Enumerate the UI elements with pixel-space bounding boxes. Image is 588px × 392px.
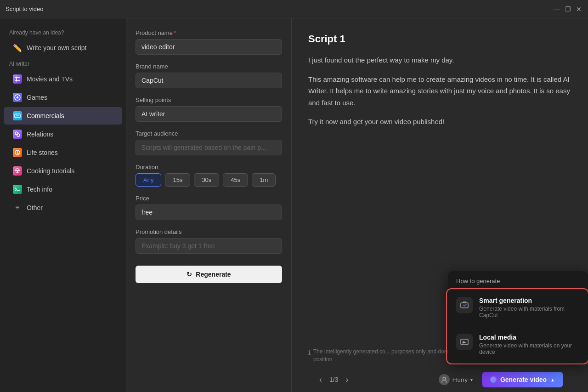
minimize-button[interactable]: — (553, 6, 560, 13)
info-icon: ℹ (308, 348, 311, 358)
sidebar-label-commercials: Commercials (27, 112, 64, 119)
promotion-input[interactable] (136, 238, 282, 254)
techinfo-icon (13, 185, 22, 194)
svg-point-7 (443, 377, 446, 380)
bottom-actions: Flurry ▾ Generate video ▲ (435, 372, 563, 387)
title-bar: Script to video — ❐ ✕ (0, 0, 588, 18)
selling-points-group: Selling points (136, 97, 282, 122)
sidebar-label-movies: Movies and TVs (27, 75, 73, 83)
lifestories-icon (13, 148, 22, 157)
script-nav: ‹ 1/3 › (317, 374, 351, 386)
sidebar-section-already-have: Already have an idea? (0, 26, 126, 39)
maximize-button[interactable]: ❐ (564, 6, 571, 13)
cooking-icon (13, 166, 22, 176)
target-audience-label: Target audience (136, 130, 282, 137)
smart-gen-title: Smart generation (479, 297, 580, 304)
user-name: Flurry (452, 376, 468, 383)
local-media-icon (456, 334, 473, 350)
sidebar-label-relations: Relations (27, 131, 53, 138)
script-title: Script 1 (308, 33, 571, 45)
product-name-input[interactable] (136, 39, 282, 55)
nav-current: 1/3 (329, 376, 338, 383)
sidebar-item-write-own-script[interactable]: ✏️ Write your own script (4, 39, 122, 57)
nav-next-button[interactable]: › (343, 374, 351, 386)
product-name-group: Product name* (136, 29, 282, 55)
how-to-generate-popup: How to generate Smart generation Generat… (448, 271, 588, 363)
duration-15s[interactable]: 15s (165, 173, 190, 187)
script-para-1: I just found out the perfect way to make… (308, 54, 571, 66)
promotion-group: Promotion details (136, 228, 282, 254)
local-media-title: Local media (479, 334, 580, 341)
svg-point-4 (17, 134, 20, 136)
brand-name-group: Brand name (136, 63, 282, 88)
app-title: Script to video (6, 6, 43, 12)
sidebar-label-techinfo: Tech info (27, 186, 52, 193)
regenerate-label: Regenerate (196, 271, 231, 278)
local-media-option[interactable]: Local media Generate video with material… (448, 326, 588, 363)
price-input[interactable] (136, 205, 282, 220)
other-icon: ≡ (13, 203, 22, 212)
nav-prev-button[interactable]: ‹ (317, 374, 325, 386)
generate-video-button[interactable]: Generate video ▲ (482, 372, 563, 387)
price-label: Price (136, 195, 282, 202)
user-avatar[interactable]: Flurry ▾ (435, 372, 476, 387)
avatar-icon (439, 374, 450, 385)
sidebar-item-lifestories[interactable]: Life stories (4, 144, 122, 161)
smart-generation-option[interactable]: Smart generation Generate video with mat… (448, 290, 588, 326)
local-media-desc: Generate video with materials on your de… (479, 342, 580, 355)
duration-options: Any 15s 30s 45s 1m (136, 173, 282, 187)
duration-any[interactable]: Any (136, 173, 161, 187)
sidebar-label-write-script: Write your own script (27, 44, 86, 51)
brand-name-label: Brand name (136, 63, 282, 70)
target-audience-group: Target audience (136, 130, 282, 155)
smart-gen-desc: Generate video with materials from CapCu… (479, 306, 580, 318)
duration-45s[interactable]: 45s (223, 173, 248, 187)
sidebar-label-cooking: Cooking tutorials (27, 167, 74, 175)
selling-points-input[interactable] (136, 106, 282, 122)
product-name-label: Product name* (136, 29, 282, 36)
pencil-icon: ✏️ (13, 43, 22, 52)
movies-icon (13, 74, 22, 84)
duration-1m[interactable]: 1m (252, 173, 276, 187)
main-layout: Already have an idea? ✏️ Write your own … (0, 18, 588, 392)
duration-30s[interactable]: 30s (194, 173, 219, 187)
sidebar-item-techinfo[interactable]: Tech info (4, 181, 122, 198)
svg-rect-5 (461, 303, 468, 308)
sidebar-item-games[interactable]: Games (4, 89, 122, 106)
smart-gen-icon (456, 297, 473, 313)
sidebar-label-games: Games (27, 94, 47, 101)
form-panel: Product name* Brand name Selling points … (126, 18, 292, 392)
bottom-bar: ‹ 1/3 › Flurry ▾ Generate video (308, 367, 571, 392)
script-para-2: This amazing software can help me to cre… (308, 74, 571, 109)
sidebar-item-relations[interactable]: Relations (4, 125, 122, 143)
svg-rect-0 (14, 76, 21, 82)
smart-gen-text: Smart generation Generate video with mat… (479, 297, 580, 318)
close-button[interactable]: ✕ (575, 6, 582, 13)
local-media-text: Local media Generate video with material… (479, 334, 580, 355)
sidebar-item-movies[interactable]: Movies and TVs (4, 70, 122, 88)
price-group: Price (136, 195, 282, 220)
generate-chevron-icon: ▲ (550, 377, 555, 382)
sidebar-label-lifestories: Life stories (27, 149, 58, 156)
sidebar-item-other[interactable]: ≡ Other (4, 199, 122, 216)
generate-orb-icon (490, 376, 497, 383)
duration-label: Duration (136, 164, 282, 170)
target-audience-input[interactable] (136, 140, 282, 155)
regenerate-icon: ↻ (187, 271, 192, 278)
window-controls: — ❐ ✕ (553, 6, 582, 13)
script-panel: Script 1 I just found out the perfect wa… (292, 18, 588, 392)
regenerate-button[interactable]: ↻ Regenerate (136, 266, 282, 283)
promotion-label: Promotion details (136, 228, 282, 235)
commercials-icon (13, 111, 22, 120)
generate-label: Generate video (500, 376, 547, 383)
relations-icon (13, 130, 22, 139)
sidebar-item-cooking[interactable]: Cooking tutorials (4, 162, 122, 180)
brand-name-input[interactable] (136, 73, 282, 88)
selling-points-label: Selling points (136, 97, 282, 103)
games-icon (13, 93, 22, 102)
script-para-3: Try it now and get your own video publis… (308, 116, 571, 128)
sidebar: Already have an idea? ✏️ Write your own … (0, 18, 126, 392)
sidebar-item-commercials[interactable]: Commercials (4, 107, 122, 125)
duration-group: Duration Any 15s 30s 45s 1m (136, 164, 282, 187)
sidebar-label-other: Other (27, 204, 43, 211)
